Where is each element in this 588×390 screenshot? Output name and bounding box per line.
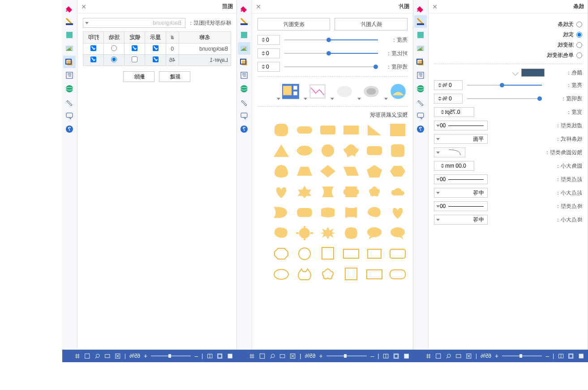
zoom-value[interactable]: 65%: [305, 353, 315, 359]
picture-icon[interactable]: [64, 42, 76, 55]
shape-gear[interactable]: [295, 225, 314, 242]
zoom-value[interactable]: 65%: [129, 353, 140, 359]
layers-icon[interactable]: [64, 56, 76, 68]
layer-show-checkbox[interactable]: [153, 45, 159, 51]
fit-page-icon[interactable]: [289, 352, 296, 360]
shape-hexagon[interactable]: [388, 163, 408, 180]
line-starttype-combo[interactable]: 00: [434, 174, 488, 184]
text-icon[interactable]: [415, 69, 427, 82]
shape-pill[interactable]: [295, 121, 314, 139]
fit-width-icon[interactable]: [104, 352, 111, 360]
view-normal-icon[interactable]: [578, 352, 584, 360]
zoom-value[interactable]: 65%: [481, 353, 491, 359]
shape-plaque[interactable]: [341, 183, 361, 200]
view-reading-icon[interactable]: [206, 352, 213, 360]
shadow-icon[interactable]: [64, 29, 76, 41]
layer-lock-checkbox[interactable]: [132, 45, 137, 51]
line-transparency-slider[interactable]: [464, 98, 545, 99]
fill-icon[interactable]: [64, 2, 76, 14]
image-transparency-value[interactable]: [258, 62, 280, 72]
picture-icon[interactable]: [415, 42, 427, 55]
shape-flower[interactable]: [365, 183, 384, 200]
image-contrast-value[interactable]: [258, 48, 280, 58]
globe-icon[interactable]: [415, 82, 427, 95]
comment-icon[interactable]: [415, 109, 427, 122]
zoom-icon[interactable]: [269, 352, 276, 360]
fullscreen-icon[interactable]: [435, 352, 442, 360]
layers-move-combo[interactable]: Background: [83, 18, 185, 28]
shape-outline-rect[interactable]: [341, 245, 361, 262]
layer-show-checkbox[interactable]: [153, 56, 159, 62]
shape-burst[interactable]: [318, 225, 338, 242]
shape-plaque3[interactable]: [341, 225, 361, 242]
fullscreen-icon[interactable]: [84, 352, 91, 360]
view-outline-icon[interactable]: [217, 352, 223, 360]
layer-active-radio[interactable]: [111, 45, 117, 51]
insert-image-button[interactable]: 插入图片: [335, 18, 408, 30]
radio-no-line[interactable]: 无线条: [434, 21, 582, 28]
shape-outline-cat[interactable]: [295, 266, 314, 283]
shape-roundrect[interactable]: [318, 121, 338, 139]
table-row[interactable]: Layer-1 46: [83, 55, 231, 66]
comment-icon[interactable]: [64, 109, 76, 122]
layer-new-button[interactable]: 新建: [159, 71, 191, 82]
plus[interactable]: +: [495, 352, 498, 360]
line-brightness-value[interactable]: [434, 80, 463, 90]
shape-outline-square[interactable]: [318, 245, 338, 262]
line-startsize-combo[interactable]: 中等: [434, 188, 488, 198]
minus[interactable]: –: [194, 352, 198, 360]
shape-pentagon[interactable]: [365, 163, 384, 180]
pencil-icon[interactable]: [415, 96, 427, 108]
pencil-icon[interactable]: [238, 96, 251, 108]
line-endsize-combo[interactable]: 中等: [434, 215, 488, 225]
image-transparency-slider[interactable]: [282, 66, 381, 67]
image-brightness-slider[interactable]: [282, 39, 381, 40]
shape-ellipse[interactable]: [295, 142, 314, 159]
shape-speech2[interactable]: [365, 225, 384, 242]
line-icon[interactable]: [64, 15, 76, 28]
shape-outline-octagon[interactable]: [271, 245, 291, 262]
resize-grip[interactable]: [66, 350, 70, 362]
comment-icon[interactable]: [238, 109, 251, 122]
shape-diamond[interactable]: [318, 163, 338, 180]
shape-egg[interactable]: [271, 163, 291, 180]
shape-triangle[interactable]: [271, 142, 291, 159]
shape-triangle-r[interactable]: [365, 121, 384, 139]
help-icon[interactable]: ?: [415, 123, 427, 135]
line-endtype-combo[interactable]: 00: [434, 201, 488, 211]
plus[interactable]: +: [144, 352, 147, 360]
minus[interactable]: –: [545, 352, 549, 360]
shape-cloud[interactable]: [388, 183, 408, 200]
zoom-slider[interactable]: [326, 355, 367, 356]
layer-print-checkbox[interactable]: [90, 56, 96, 62]
picture-icon[interactable]: [238, 42, 251, 55]
line-roundsize-value[interactable]: [434, 161, 474, 171]
line-width-value[interactable]: [434, 107, 474, 117]
effect-thumb[interactable]: [335, 82, 354, 101]
shape-speech[interactable]: [388, 225, 408, 242]
help-icon[interactable]: ?: [64, 123, 76, 135]
shadow-icon[interactable]: [238, 29, 251, 41]
shape-plaque2[interactable]: [341, 204, 361, 221]
text-icon[interactable]: [64, 69, 76, 82]
line-icon[interactable]: [415, 15, 427, 28]
line-icon[interactable]: [238, 15, 251, 28]
shape-circle[interactable]: [318, 142, 338, 159]
layer-lock-checkbox[interactable]: [132, 56, 137, 62]
fit-page-icon[interactable]: [114, 352, 121, 360]
radio-gradient-line[interactable]: 渐变线: [434, 41, 582, 49]
shape-square[interactable]: [388, 121, 408, 139]
view-normal-icon[interactable]: [227, 352, 233, 360]
minus[interactable]: –: [371, 352, 374, 360]
effect-thumb[interactable]: [362, 82, 381, 101]
shape-heart2[interactable]: [388, 204, 408, 221]
shape-drop[interactable]: [271, 204, 291, 221]
close-icon[interactable]: ✕: [432, 3, 438, 10]
chevron-down-icon[interactable]: [512, 69, 519, 76]
effect-thumb[interactable]: [308, 82, 327, 101]
shape-quatrefoil[interactable]: [341, 142, 361, 159]
change-image-button[interactable]: 改变图片: [258, 18, 330, 30]
text-icon[interactable]: [238, 69, 251, 82]
shape-rect[interactable]: [341, 121, 361, 139]
view-reading-icon[interactable]: [382, 352, 389, 360]
